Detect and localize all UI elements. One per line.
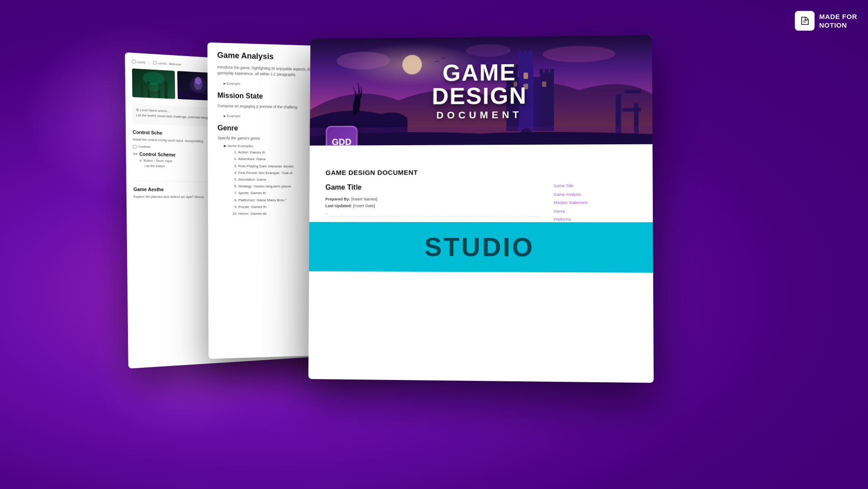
panels-container: Levels | Levels - tableview bbox=[163, 36, 705, 443]
toc-item-1: Game Title bbox=[554, 183, 636, 189]
hero-sub-title: DOCUMENT bbox=[394, 109, 566, 122]
gdd-badge: GDD bbox=[326, 126, 358, 146]
front-body: GAME DESIGN DOCUMENT Game Title Prepared… bbox=[309, 144, 653, 250]
svg-rect-32 bbox=[529, 51, 533, 57]
back-scheme-item-1: Button / Touch Input bbox=[143, 158, 172, 163]
notion-badge-text: MADE FOR NOTION bbox=[819, 12, 857, 30]
front-hero: GAME DESIGN DOCUMENT GDD bbox=[310, 35, 652, 146]
hero-title-overlay: GAME DESIGN DOCUMENT bbox=[394, 60, 566, 122]
toc-item-2: Game Analysis bbox=[554, 191, 637, 198]
add-row-indicator[interactable]: + bbox=[326, 212, 540, 217]
front-game-title-heading: Game Title bbox=[326, 183, 540, 192]
svg-rect-6 bbox=[165, 81, 168, 99]
notion-icon bbox=[795, 11, 815, 31]
back-image-1 bbox=[132, 68, 175, 99]
front-doc-title: GAME DESIGN DOCUMENT bbox=[326, 168, 636, 176]
toc-item-3: Mission Statement bbox=[554, 200, 637, 206]
front-meta-updated: Last Updated: [Insert Date] bbox=[326, 203, 540, 209]
svg-rect-31 bbox=[524, 51, 527, 57]
svg-rect-30 bbox=[518, 51, 522, 57]
svg-rect-3 bbox=[141, 84, 143, 97]
svg-rect-40 bbox=[623, 108, 641, 111]
back-scheme-title: Control Scheme bbox=[139, 152, 175, 157]
panel-front: GAME DESIGN DOCUMENT GDD GAME DESIGN DOC… bbox=[308, 35, 654, 383]
toc-item-4: Genre bbox=[554, 209, 637, 215]
front-strip-text: STUDIO bbox=[425, 232, 534, 262]
front-meta-prepared: Prepared By: [Insert Names] bbox=[326, 196, 540, 203]
svg-rect-39 bbox=[625, 90, 641, 93]
hero-main-title: GAME DESIGN bbox=[394, 60, 566, 108]
front-blue-strip: STUDIO bbox=[309, 222, 653, 272]
notion-badge: MADE FOR NOTION bbox=[795, 11, 857, 31]
